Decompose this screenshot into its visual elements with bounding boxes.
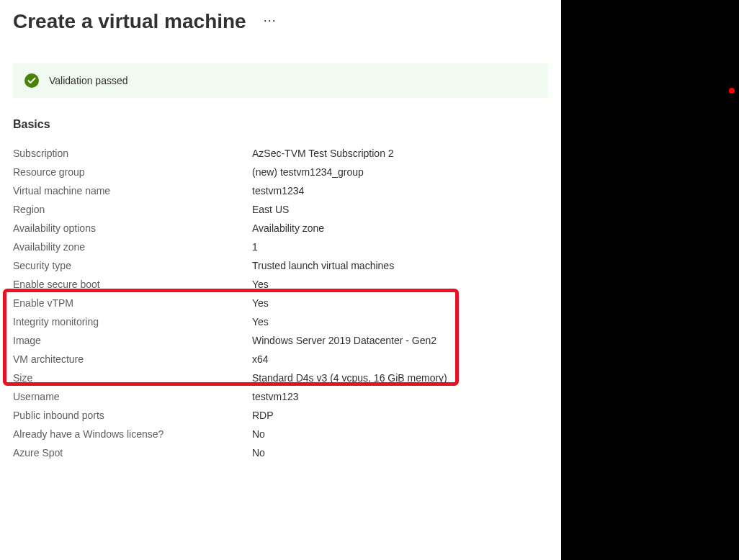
prop-value: East US (252, 204, 289, 215)
prop-value: No (252, 447, 265, 459)
prop-label: Username (13, 391, 252, 402)
prop-row-vtpm: Enable vTPM Yes (13, 294, 561, 312)
prop-row-subscription: Subscription AzSec-TVM Test Subscription… (13, 144, 561, 163)
prop-label: Resource group (13, 166, 252, 178)
prop-value: RDP (252, 410, 274, 421)
recording-indicator-icon (729, 88, 735, 94)
prop-label: Azure Spot (13, 447, 252, 459)
prop-value: Trusted launch virtual machines (252, 260, 394, 271)
prop-value: 1 (252, 241, 258, 253)
prop-row-availability-zone: Availability zone 1 (13, 238, 561, 256)
prop-row-security-type: Security type Trusted launch virtual mac… (13, 256, 561, 275)
prop-label: Size (13, 372, 252, 384)
prop-row-vm-architecture: VM architecture x64 (13, 350, 561, 369)
prop-value: x64 (252, 353, 269, 365)
prop-value: Yes (252, 279, 269, 290)
page-title-row: Create a virtual machine ··· (13, 10, 561, 33)
prop-label: Integrity monitoring (13, 316, 252, 328)
prop-label: Availability zone (13, 241, 252, 253)
prop-row-resource-group: Resource group (new) testvm1234_group (13, 163, 561, 181)
more-actions-button[interactable]: ··· (264, 13, 277, 31)
prop-value: No (252, 428, 265, 440)
prop-row-region: Region East US (13, 200, 561, 219)
section-title-basics: Basics (13, 118, 561, 131)
prop-row-public-inbound-ports: Public inbound ports RDP (13, 406, 561, 425)
prop-label: Virtual machine name (13, 185, 252, 197)
main-content-panel: Create a virtual machine ··· Validation … (0, 0, 561, 560)
prop-label: Enable secure boot (13, 279, 252, 290)
prop-label: VM architecture (13, 353, 252, 365)
prop-row-size: Size Standard D4s v3 (4 vcpus, 16 GiB me… (13, 369, 561, 387)
prop-row-secure-boot: Enable secure boot Yes (13, 275, 561, 294)
prop-value: testvm1234 (252, 185, 304, 197)
prop-label: Already have a Windows license? (13, 428, 252, 440)
prop-value: Standard D4s v3 (4 vcpus, 16 GiB memory) (252, 372, 447, 384)
prop-row-vm-name: Virtual machine name testvm1234 (13, 181, 561, 200)
prop-value: Windows Server 2019 Datacenter - Gen2 (252, 335, 436, 346)
prop-row-azure-spot: Azure Spot No (13, 443, 561, 462)
prop-row-integrity-monitoring: Integrity monitoring Yes (13, 312, 561, 331)
validation-banner: Validation passed (13, 63, 548, 98)
basics-property-list: Subscription AzSec-TVM Test Subscription… (13, 144, 561, 462)
prop-row-username: Username testvm123 (13, 387, 561, 406)
check-circle-icon (24, 73, 39, 88)
prop-label: Enable vTPM (13, 297, 252, 309)
prop-value: (new) testvm1234_group (252, 166, 364, 178)
prop-label: Public inbound ports (13, 410, 252, 421)
page-title: Create a virtual machine (13, 10, 246, 33)
prop-row-windows-license: Already have a Windows license? No (13, 425, 561, 443)
prop-value: Yes (252, 316, 269, 328)
prop-label: Image (13, 335, 252, 346)
prop-row-image: Image Windows Server 2019 Datacenter - G… (13, 331, 561, 350)
prop-label: Region (13, 204, 252, 215)
prop-value: testvm123 (252, 391, 299, 402)
prop-value: AzSec-TVM Test Subscription 2 (252, 148, 394, 159)
right-black-panel (561, 0, 739, 560)
prop-row-availability-options: Availability options Availability zone (13, 219, 561, 238)
validation-message: Validation passed (49, 75, 127, 86)
prop-label: Security type (13, 260, 252, 271)
prop-value: Yes (252, 297, 269, 309)
prop-label: Subscription (13, 148, 252, 159)
prop-value: Availability zone (252, 222, 324, 234)
prop-label: Availability options (13, 222, 252, 234)
